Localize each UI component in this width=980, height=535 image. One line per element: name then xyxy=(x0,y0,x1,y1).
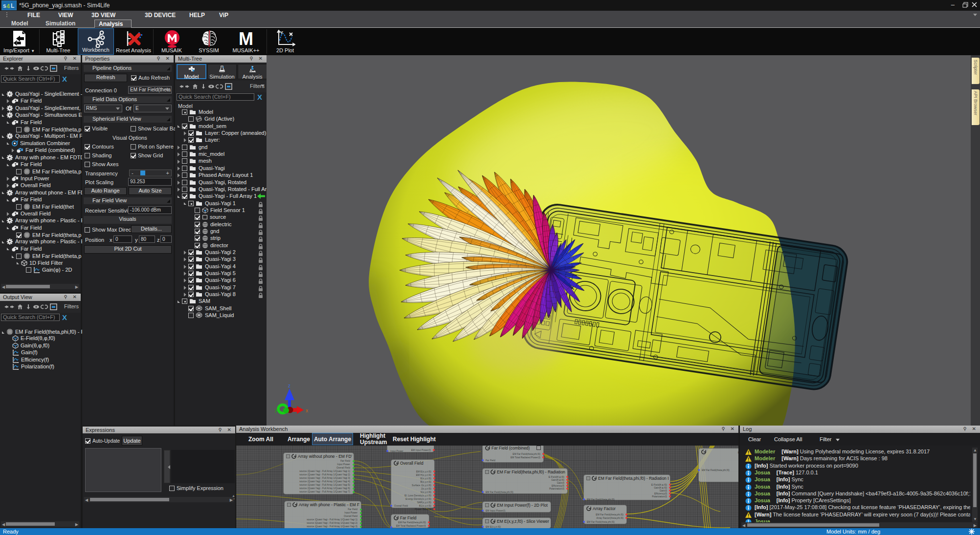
svg-text:4: 4 xyxy=(6,2,10,10)
svg-text:y: y xyxy=(275,407,277,413)
svg-text:z: z xyxy=(288,383,290,388)
svg-text:s: s xyxy=(3,2,6,9)
svg-text:Y: Y xyxy=(280,30,283,35)
svg-text:L: L xyxy=(11,2,14,9)
svg-text:x: x xyxy=(306,408,308,413)
